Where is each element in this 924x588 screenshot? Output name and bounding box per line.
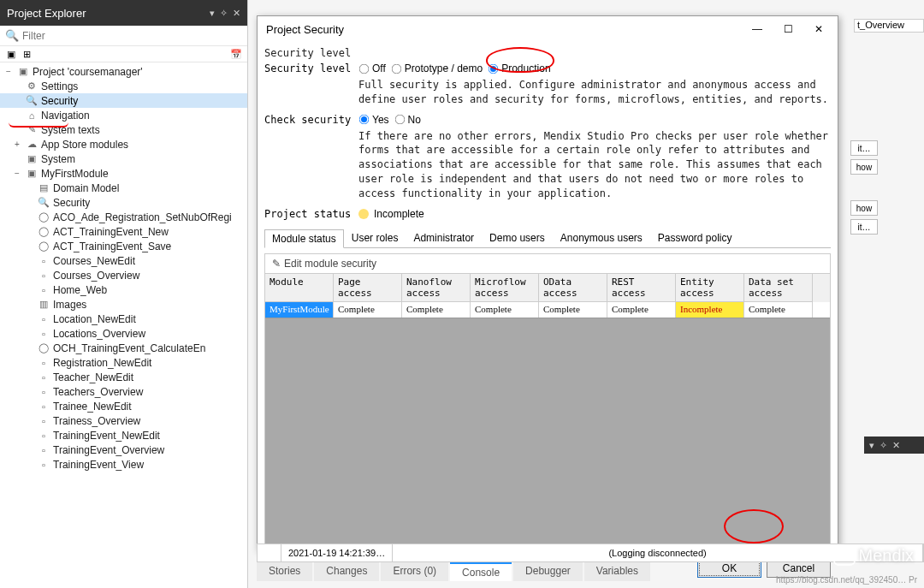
radio-yes[interactable]: Yes	[358, 114, 389, 126]
col-nanoflow[interactable]: Nanoflow access	[402, 274, 471, 302]
tree-item[interactable]: ▫Home_Web	[0, 282, 247, 297]
check-security-desc: If there are no other errors, Mendix Stu…	[358, 129, 831, 201]
module-icon: ▣	[25, 168, 38, 179]
radio-production[interactable]: Production	[488, 62, 550, 74]
tree-security[interactable]: 🔍Security	[0, 93, 247, 108]
tree-item[interactable]: ▫TrainingEvent_Overview	[0, 442, 247, 457]
page-icon: ▫	[37, 445, 50, 455]
tab-demo-users[interactable]: Demo users	[482, 229, 553, 247]
calendar-icon[interactable]: 📅	[230, 48, 242, 60]
tree-item[interactable]: ◯ACO_Ade_Registration_SetNubOfRegi	[0, 210, 247, 224]
cell-entity: Incomplete	[676, 302, 744, 318]
tree-item[interactable]: ▫Location_NewEdit	[0, 312, 247, 326]
page-icon: ▫	[37, 401, 50, 412]
security-level-label: Security level	[264, 62, 358, 74]
col-rest[interactable]: REST access	[607, 274, 676, 302]
filter-input[interactable]	[22, 30, 242, 42]
radio-off[interactable]: Off	[358, 62, 386, 74]
tab-anonymous-users[interactable]: Anonymous users	[553, 229, 650, 247]
search-icon: 🔍	[5, 29, 19, 42]
tree-item[interactable]: ▫Courses_NewEdit	[0, 253, 247, 268]
tree-item[interactable]: ▫TrainingEvent_View	[0, 457, 247, 472]
tree-item[interactable]: ▫Registration_NewEdit	[0, 355, 247, 370]
close-icon[interactable]: ✕	[808, 23, 829, 35]
tab-console[interactable]: Console	[450, 562, 512, 581]
tree-project[interactable]: −▣Project 'coursemanager'	[0, 64, 247, 79]
footer-url: https://blog.csdn.net/qq_392450… Pr	[776, 575, 917, 585]
close-icon[interactable]: ✕	[233, 8, 240, 19]
pin-icon[interactable]: ✧	[880, 440, 887, 451]
project-tree: −▣Project 'coursemanager' ⚙Settings 🔍Sec…	[0, 62, 247, 582]
tab-administrator[interactable]: Administrator	[406, 229, 482, 247]
page-icon: ▫	[37, 256, 50, 266]
col-page[interactable]: Page access	[334, 274, 402, 302]
cloud-icon: ☁	[25, 139, 38, 150]
tree-system-texts[interactable]: ✎System texts	[0, 122, 247, 137]
tree-security2[interactable]: 🔍Security	[0, 195, 247, 210]
pencil-icon: ✎	[272, 258, 281, 270]
tree-item[interactable]: ▫Locations_Overview	[0, 326, 247, 341]
tree-item[interactable]: ▫Teacher_NewEdit	[0, 370, 247, 384]
tree-appstore[interactable]: +☁App Store modules	[0, 137, 247, 151]
tab-errors[interactable]: Errors (0)	[381, 562, 448, 581]
project-explorer: Project Explorer ▾ ✧ ✕ 🔍 ▣ ⊞ 📅 −▣Project…	[0, 0, 248, 588]
table-row[interactable]: MyFirstModule Complete Complete Complete…	[265, 302, 830, 318]
tab-variables[interactable]: Variables	[584, 562, 650, 581]
dialog-title: Project Security	[266, 23, 344, 36]
col-entity[interactable]: Entity access	[676, 274, 744, 302]
tree-item[interactable]: ▫Trainess_Overview	[0, 413, 247, 428]
tree-navigation[interactable]: ⌂Navigation	[0, 108, 247, 122]
check-security-label: Check security	[264, 114, 358, 126]
tree-item[interactable]: ▫Trainee_NewEdit	[0, 399, 247, 413]
col-microflow[interactable]: Microflow access	[471, 274, 539, 302]
tab-password-policy[interactable]: Password policy	[650, 229, 740, 247]
tab-debugger[interactable]: Debugger	[513, 562, 583, 581]
dialog-titlebar[interactable]: Project Security — ☐ ✕	[258, 16, 838, 42]
pin-icon[interactable]: ✧	[220, 8, 228, 19]
side-button[interactable]: how	[850, 159, 878, 175]
close-icon[interactable]: ✕	[892, 440, 900, 451]
side-button[interactable]: it…	[850, 219, 878, 235]
project-security-dialog: Project Security — ☐ ✕ Security level Se…	[257, 15, 838, 550]
minimize-icon[interactable]: —	[747, 23, 767, 35]
tree-domain-model[interactable]: ▤Domain Model	[0, 181, 247, 195]
dropdown-icon[interactable]: ▾	[869, 440, 874, 451]
radio-prototype[interactable]: Prototype / demo	[391, 62, 483, 74]
tab-user-roles[interactable]: User roles	[344, 229, 406, 247]
tree-system[interactable]: ▣System	[0, 151, 247, 166]
chat-icon	[833, 545, 856, 566]
cell-rest: Complete	[607, 302, 676, 318]
status-dot-icon	[358, 209, 369, 219]
background-tab[interactable]: t_Overview	[854, 19, 924, 33]
explorer-header: Project Explorer ▾ ✧ ✕	[0, 0, 247, 26]
radio-no[interactable]: No	[394, 114, 421, 126]
col-odata[interactable]: OData access	[539, 274, 607, 302]
tree-item[interactable]: ▫TrainingEvent_NewEdit	[0, 428, 247, 442]
tree-item[interactable]: ◯ACT_TrainingEvent_Save	[0, 239, 247, 253]
page-icon: ▫	[37, 387, 50, 397]
tree-item[interactable]: ◯OCH_TrainingEvent_CalculateEn	[0, 341, 247, 355]
tree-item[interactable]: ▥Images	[0, 297, 247, 312]
col-module[interactable]: Module	[265, 274, 334, 302]
side-button[interactable]: it…	[850, 140, 878, 156]
tree-item[interactable]: ▫Teachers_Overview	[0, 384, 247, 399]
tab-changes[interactable]: Changes	[314, 562, 379, 581]
tree-item[interactable]: ◯ACT_TrainingEvent_New	[0, 224, 247, 239]
tree-settings[interactable]: ⚙Settings	[0, 79, 247, 93]
tab-module-status[interactable]: Module status	[264, 229, 344, 248]
side-button[interactable]: how	[850, 200, 878, 216]
nav-icon: ⌂	[25, 110, 38, 121]
tree-item[interactable]: ▫Courses_Overview	[0, 268, 247, 282]
col-dataset[interactable]: Data set access	[744, 274, 813, 302]
edit-module-security-button[interactable]: ✎ Edit module security	[264, 253, 831, 273]
maximize-icon[interactable]: ☐	[778, 23, 798, 35]
cell-dataset: Complete	[744, 302, 813, 318]
page-icon: ▫	[37, 372, 50, 383]
collapse-icon[interactable]: ▣	[5, 48, 17, 60]
microflow-icon: ◯	[37, 211, 50, 223]
dropdown-icon[interactable]: ▾	[210, 8, 215, 19]
expand-icon[interactable]: ⊞	[21, 48, 33, 60]
section-label: Security level	[264, 42, 831, 62]
tab-stories[interactable]: Stories	[257, 562, 312, 581]
tree-module[interactable]: −▣MyFirstModule	[0, 166, 247, 181]
